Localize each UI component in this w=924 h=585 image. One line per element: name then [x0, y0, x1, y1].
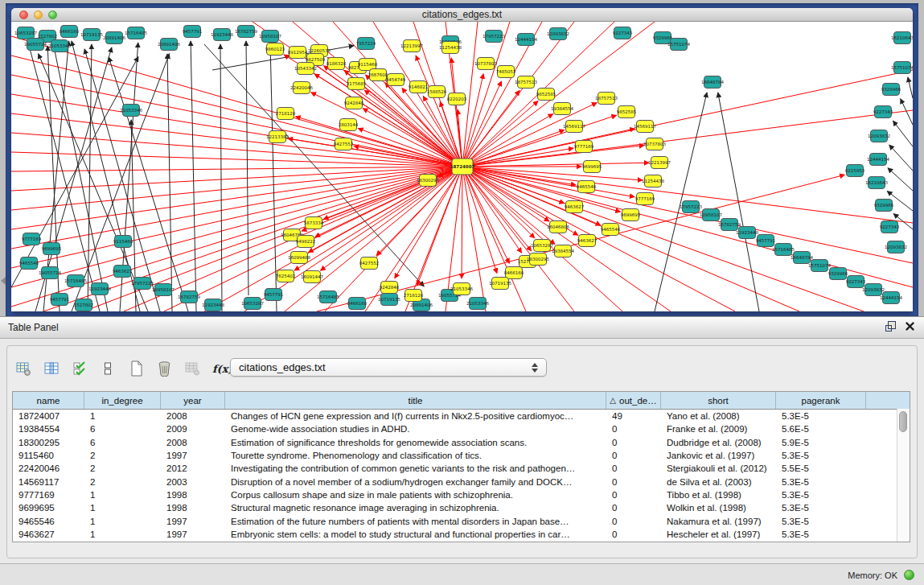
cell-pagerank[interactable]: 5.3E-5: [776, 490, 866, 500]
cell-title[interactable]: Tourette syndrome. Phenomenology and cla…: [225, 451, 606, 460]
network-window[interactable]: citations_edges.txt 10653287152780284661…: [11, 8, 913, 311]
table-row[interactable]: 946554611997Estimation of the future num…: [13, 514, 910, 527]
cell-name[interactable]: 14569117: [13, 477, 84, 487]
cell-out_de[interactable]: 49: [606, 411, 661, 421]
cell-out_de[interactable]: 0: [606, 490, 661, 500]
cell-year[interactable]: 1998: [161, 503, 225, 513]
cell-year[interactable]: 2009: [161, 424, 225, 434]
cell-name[interactable]: 18300295: [13, 438, 84, 447]
cell-title[interactable]: Structural magnetic resonance image aver…: [225, 503, 606, 513]
cell-out_de[interactable]: 0: [606, 438, 661, 447]
cell-name[interactable]: 9777169: [13, 490, 84, 500]
cell-year[interactable]: 1998: [161, 490, 225, 500]
cell-out_de[interactable]: 0: [606, 451, 661, 460]
table-row[interactable]: 1938455462009Genome-wide association stu…: [13, 422, 910, 435]
cell-in_degree[interactable]: 6: [84, 438, 161, 447]
cell-year[interactable]: 2003: [161, 477, 225, 487]
column-header-short[interactable]: short: [661, 392, 776, 409]
cell-title[interactable]: Investigating the contribution of common…: [225, 463, 606, 473]
table-row[interactable]: 2242004622012Investigating the contribut…: [13, 462, 910, 475]
table-row[interactable]: 946362711997Embryonic stem cells: a mode…: [13, 528, 910, 541]
cell-name[interactable]: 9699695: [13, 503, 84, 513]
cell-pagerank[interactable]: 5.3E-5: [776, 451, 866, 460]
network-window-titlebar[interactable]: citations_edges.txt: [11, 8, 913, 22]
delete-trash-icon[interactable]: [156, 360, 172, 377]
table-selector-dropdown[interactable]: citations_edges.txt: [230, 358, 547, 377]
cell-in_degree[interactable]: 2: [84, 477, 161, 487]
cell-pagerank[interactable]: 5.3E-5: [776, 503, 866, 513]
cell-pagerank[interactable]: 5.5E-5: [776, 463, 866, 473]
cell-pagerank[interactable]: 5.3E-5: [776, 529, 866, 539]
cell-name[interactable]: 9115460: [13, 451, 84, 460]
cell-title[interactable]: Corpus callosum shape and size in male p…: [225, 490, 606, 500]
table-column-icon[interactable]: [43, 360, 60, 377]
cell-short[interactable]: Tibbo et al. (1998): [661, 490, 776, 500]
cell-short[interactable]: Franke et al. (2009): [661, 424, 776, 434]
cell-short[interactable]: Dudbridge et al. (2008): [661, 438, 776, 447]
cell-year[interactable]: 2008: [161, 411, 225, 421]
cell-name[interactable]: 18724007: [13, 411, 84, 421]
cell-name[interactable]: 9465546: [13, 517, 84, 526]
scrollbar-thumb[interactable]: [899, 411, 907, 432]
column-header-year[interactable]: year: [161, 392, 225, 409]
cell-in_degree[interactable]: 1: [84, 411, 161, 421]
cell-out_de[interactable]: 0: [606, 529, 661, 539]
cell-title[interactable]: Genome-wide association studies in ADHD.: [225, 424, 606, 434]
cell-out_de[interactable]: 0: [606, 424, 661, 434]
column-header-title[interactable]: title: [225, 392, 606, 409]
cell-year[interactable]: 2012: [161, 463, 225, 473]
network-nodes[interactable]: 1065328715278028466160107191352089140619…: [14, 26, 913, 311]
cell-out_de[interactable]: 0: [606, 503, 661, 513]
merge-rows-icon[interactable]: [100, 360, 116, 377]
cell-year[interactable]: 2008: [161, 438, 225, 447]
cell-in_degree[interactable]: 1: [84, 517, 161, 526]
cell-pagerank[interactable]: 5.6E-5: [776, 424, 866, 434]
table-row[interactable]: 969969511998Structural magnetic resonanc…: [13, 501, 910, 514]
cell-name[interactable]: 22420046: [13, 463, 84, 473]
cell-name[interactable]: 19384554: [13, 424, 84, 434]
column-header-out_de[interactable]: △out_de…: [606, 392, 661, 409]
cell-pagerank[interactable]: 5.3E-5: [776, 411, 866, 421]
close-panel-icon[interactable]: [906, 322, 914, 331]
cell-name[interactable]: 9463627: [13, 529, 84, 539]
cell-out_de[interactable]: 0: [606, 463, 661, 473]
cell-year[interactable]: 1997: [161, 517, 225, 526]
cell-title[interactable]: Estimation of the future numbers of pati…: [225, 517, 606, 526]
cell-title[interactable]: Disruption of a novel member of a sodium…: [225, 477, 606, 487]
cell-in_degree[interactable]: 2: [84, 463, 161, 473]
cell-out_de[interactable]: 0: [606, 517, 661, 526]
table-settings-icon[interactable]: [15, 360, 31, 377]
network-canvas[interactable]: 1065328715278028466160107191352089140619…: [11, 22, 913, 311]
table-panel-titlebar[interactable]: Table Panel: [0, 316, 924, 339]
cell-short[interactable]: de Silva et al. (2003): [661, 477, 776, 487]
cell-short[interactable]: Yano et al. (2008): [661, 411, 776, 421]
table-row[interactable]: 1872400712008Changes of HCN gene express…: [13, 410, 910, 422]
table-row[interactable]: 977716911998Corpus callosum shape and si…: [13, 488, 910, 501]
column-header-name[interactable]: name: [13, 392, 84, 409]
panel-divider-handle[interactable]: [1, 277, 6, 285]
float-panel-icon[interactable]: [885, 321, 896, 332]
cell-short[interactable]: Jankovic et al. (1997): [661, 451, 776, 460]
cell-in_degree[interactable]: 1: [84, 490, 161, 500]
cell-short[interactable]: Wolkin et al. (1998): [661, 503, 776, 513]
cell-out_de[interactable]: 0: [606, 477, 661, 487]
cell-in_degree[interactable]: 1: [84, 503, 161, 513]
cell-pagerank[interactable]: 5.9E-5: [776, 438, 866, 447]
cell-in_degree[interactable]: 2: [84, 451, 161, 460]
cell-title[interactable]: Estimation of significance thresholds fo…: [225, 438, 606, 447]
cell-in_degree[interactable]: 1: [84, 529, 161, 539]
cell-short[interactable]: Stergiakouli et al. (2012): [661, 463, 776, 473]
table-row[interactable]: 911546021997Tourette syndrome. Phenomeno…: [13, 449, 910, 462]
table-vertical-scrollbar[interactable]: [897, 409, 910, 542]
select-all-rows-icon[interactable]: [72, 360, 88, 377]
cell-pagerank[interactable]: 5.3E-5: [776, 477, 866, 487]
cell-pagerank[interactable]: 5.3E-5: [776, 517, 866, 526]
new-document-icon[interactable]: [128, 360, 144, 377]
cell-in_degree[interactable]: 6: [84, 424, 161, 434]
column-header-in_degree[interactable]: in_degree: [84, 392, 161, 409]
cell-short[interactable]: Nakamura et al. (1997): [661, 517, 776, 526]
cell-year[interactable]: 1997: [161, 529, 225, 539]
table-row[interactable]: 1456911722003Disruption of a novel membe…: [13, 475, 910, 488]
cell-title[interactable]: Embryonic stem cells: a model to study s…: [225, 529, 606, 539]
memory-status-indicator[interactable]: [904, 570, 914, 580]
